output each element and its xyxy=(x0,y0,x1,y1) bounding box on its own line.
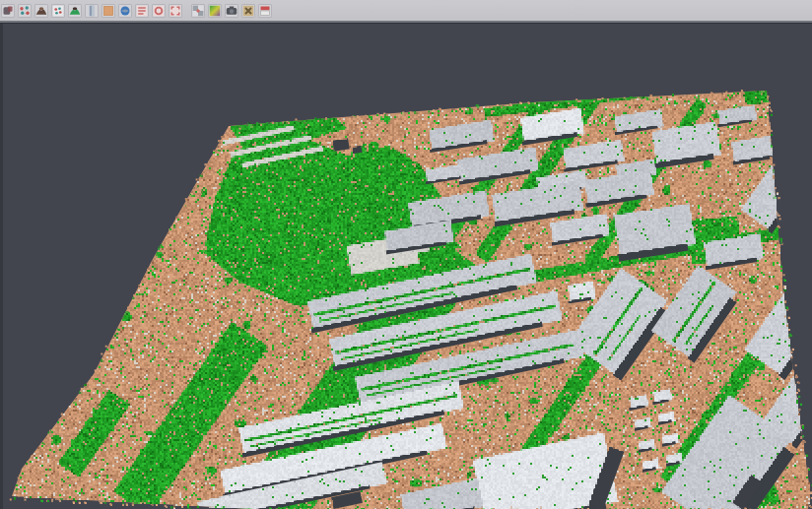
ortho-view-icon[interactable] xyxy=(102,4,115,18)
crop-box-icon[interactable] xyxy=(169,4,182,18)
globe-projection-icon[interactable] xyxy=(118,4,132,18)
point-cloud-canvas[interactable] xyxy=(0,24,812,509)
clipping-cross-icon[interactable] xyxy=(241,4,255,18)
open-cloud-icon[interactable] xyxy=(1,4,15,18)
toolbar-border-dark xyxy=(0,23,812,24)
terrain-model-icon[interactable] xyxy=(34,4,48,18)
toolbar xyxy=(0,0,812,21)
layers-icon[interactable] xyxy=(258,4,272,18)
pick-center-icon[interactable] xyxy=(152,4,166,18)
snapshot-camera-icon[interactable] xyxy=(225,4,238,18)
mesh-surface-icon[interactable] xyxy=(68,4,82,18)
window-left-edge xyxy=(0,24,3,509)
color-scale-icon[interactable] xyxy=(208,4,222,18)
viewport-3d xyxy=(0,24,812,509)
subsample-icon[interactable] xyxy=(51,4,65,18)
rasterize-icon[interactable] xyxy=(191,4,205,18)
side-panel-icon[interactable] xyxy=(85,4,99,18)
align-points-icon[interactable] xyxy=(18,4,32,18)
segment-list-icon[interactable] xyxy=(135,4,149,18)
